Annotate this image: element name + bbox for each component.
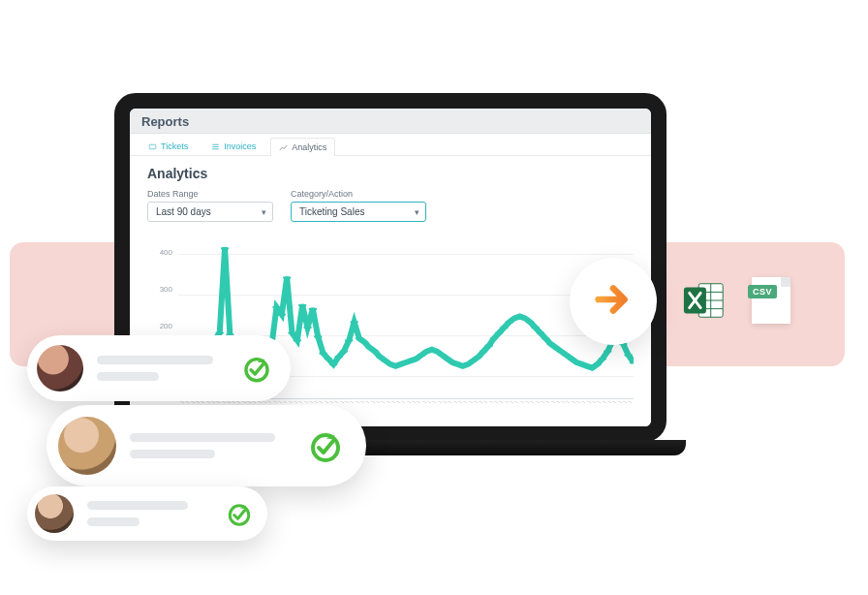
placeholder-line: [87, 501, 188, 510]
svg-point-52: [443, 358, 450, 360]
filters-row: Dates Range Last 90 days Category/Action…: [147, 189, 634, 222]
ticket-icon: [148, 142, 157, 151]
svg-point-26: [309, 307, 317, 310]
csv-badge-label: CSV: [748, 285, 777, 298]
y-tick-label: 400: [160, 247, 172, 256]
svg-point-83: [604, 350, 611, 353]
check-icon: [306, 426, 345, 465]
user-card: [46, 405, 366, 486]
svg-point-9: [221, 247, 229, 250]
svg-point-22: [288, 331, 295, 334]
svg-point-21: [283, 276, 291, 279]
svg-point-8: [215, 331, 223, 334]
svg-point-27: [314, 335, 322, 338]
svg-point-62: [495, 331, 503, 334]
export-formats: CSV: [682, 277, 790, 324]
svg-point-87: [624, 354, 632, 357]
svg-point-33: [345, 339, 353, 342]
export-arrow-button[interactable]: [570, 258, 657, 345]
placeholder-lines: [130, 433, 293, 458]
svg-point-76: [568, 358, 575, 360]
svg-point-24: [298, 304, 306, 307]
filter-category: Category/Action Ticketing Sales: [291, 189, 426, 222]
svg-point-81: [593, 362, 601, 365]
svg-point-20: [278, 313, 286, 316]
y-tick-label: 300: [160, 285, 172, 294]
list-icon: [211, 142, 220, 151]
avatar: [37, 345, 83, 391]
svg-point-57: [469, 360, 477, 362]
svg-point-28: [319, 352, 326, 355]
svg-point-35: [356, 337, 363, 340]
svg-point-38: [371, 350, 379, 353]
svg-point-61: [490, 337, 498, 340]
filter-dates: Dates Range Last 90 days: [147, 189, 273, 222]
svg-point-37: [365, 346, 373, 349]
svg-point-19: [272, 305, 280, 308]
placeholder-line: [87, 517, 140, 526]
svg-point-68: [526, 321, 534, 324]
excel-icon[interactable]: [682, 278, 727, 323]
tab-analytics[interactable]: Analytics: [270, 138, 335, 156]
check-icon: [225, 499, 254, 528]
svg-point-80: [588, 366, 596, 369]
svg-point-46: [412, 358, 419, 360]
svg-point-32: [340, 350, 348, 353]
placeholder-lines: [97, 356, 227, 381]
page-title: Reports: [130, 109, 651, 134]
svg-point-63: [500, 326, 508, 329]
tab-label: Analytics: [292, 142, 326, 152]
csv-icon[interactable]: CSV: [752, 277, 790, 324]
svg-point-72: [546, 342, 554, 345]
svg-point-75: [562, 354, 570, 357]
svg-point-67: [521, 317, 529, 320]
svg-point-56: [464, 362, 472, 365]
select-value: Last 90 days: [156, 206, 211, 217]
svg-point-58: [475, 356, 482, 359]
placeholder-line: [97, 372, 159, 381]
svg-point-73: [552, 346, 560, 349]
placeholder-line: [130, 450, 215, 458]
svg-point-34: [350, 321, 357, 324]
filter-label: Category/Action: [291, 189, 426, 199]
user-card: [27, 486, 267, 541]
arrow-right-icon: [591, 277, 636, 326]
tab-tickets[interactable]: Tickets: [140, 137, 197, 155]
tab-label: Tickets: [161, 141, 188, 151]
filter-label: Dates Range: [147, 189, 273, 199]
svg-point-70: [537, 331, 544, 334]
tab-invoices[interactable]: Invoices: [202, 137, 264, 155]
avatar: [58, 417, 116, 475]
select-value: Ticketing Sales: [299, 206, 364, 217]
svg-point-74: [557, 350, 565, 353]
svg-point-82: [599, 358, 606, 360]
svg-point-40: [381, 360, 388, 362]
user-card: [27, 335, 291, 401]
svg-point-36: [360, 341, 368, 344]
svg-point-64: [506, 321, 513, 324]
avatar: [35, 494, 74, 533]
svg-point-69: [531, 326, 539, 329]
placeholder-line: [97, 356, 213, 364]
svg-point-30: [329, 362, 337, 365]
svg-point-29: [325, 358, 332, 360]
panel-heading: Analytics: [147, 166, 634, 181]
placeholder-line: [130, 433, 275, 442]
svg-point-50: [433, 350, 441, 353]
svg-point-23: [294, 339, 301, 342]
svg-point-71: [542, 337, 549, 340]
svg-point-51: [438, 354, 446, 357]
placeholder-lines: [87, 501, 211, 526]
svg-point-60: [484, 344, 492, 347]
check-icon: [240, 352, 273, 385]
svg-point-31: [334, 356, 342, 359]
svg-point-25: [303, 326, 311, 329]
dates-range-select[interactable]: Last 90 days: [147, 202, 273, 222]
tabs-bar: Tickets Invoices Analytics: [130, 134, 651, 156]
chart-icon: [279, 143, 288, 152]
category-select[interactable]: Ticketing Sales: [291, 202, 426, 222]
tab-label: Invoices: [224, 141, 256, 151]
svg-point-47: [418, 354, 425, 357]
svg-point-39: [376, 356, 384, 359]
svg-point-59: [480, 350, 487, 353]
